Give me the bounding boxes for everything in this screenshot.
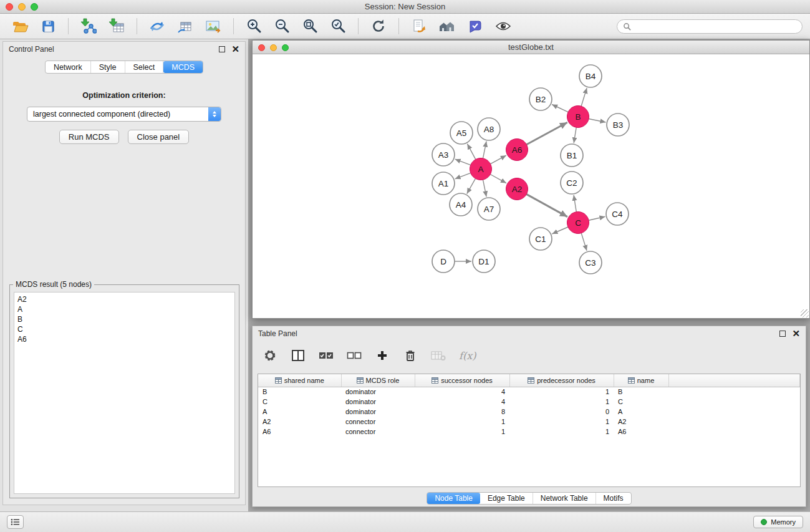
table-cell[interactable]: A <box>614 407 668 417</box>
network-node-A1[interactable]: A1 <box>432 172 455 195</box>
table-cell[interactable]: dominator <box>341 387 415 397</box>
network-node-C[interactable]: C <box>567 212 589 234</box>
table-cell[interactable]: B <box>614 387 668 397</box>
zoom-fit-button[interactable] <box>297 16 322 37</box>
network-maximize-button[interactable] <box>282 44 289 51</box>
delete-table-button[interactable] <box>431 348 446 363</box>
function-builder-button[interactable]: f(x) <box>459 350 476 362</box>
show-columns-button[interactable] <box>291 348 306 363</box>
network-edge-A6-B[interactable] <box>526 122 567 144</box>
network-edge-A-A1[interactable] <box>455 173 471 179</box>
table-cell[interactable]: A6 <box>614 427 668 437</box>
network-edge-B-B3[interactable] <box>589 119 605 123</box>
float-panel-icon[interactable] <box>219 46 225 52</box>
table-cell[interactable]: 4 <box>415 397 509 407</box>
network-edge-A2-C[interactable] <box>526 194 567 216</box>
network-node-B1[interactable]: B1 <box>561 144 583 167</box>
apply-style-button[interactable] <box>463 16 488 37</box>
network-node-A3[interactable]: A3 <box>432 143 455 166</box>
table-cell[interactable]: C <box>258 397 341 407</box>
table-cell[interactable]: 1 <box>509 427 614 437</box>
tab-style[interactable]: Style <box>91 61 125 73</box>
import-network-file-button[interactable] <box>76 16 101 37</box>
close-panel-icon[interactable]: ✕ <box>231 46 239 52</box>
network-edge-C-C2[interactable] <box>574 195 576 212</box>
network-node-D1[interactable]: D1 <box>473 250 495 273</box>
table-cell[interactable]: 8 <box>415 407 509 417</box>
network-node-A5[interactable]: A5 <box>450 122 473 144</box>
network-edge-B-B4[interactable] <box>581 88 587 106</box>
column-header-name[interactable]: name <box>614 374 668 387</box>
network-edge-A-A5[interactable] <box>467 144 475 160</box>
optimization-criterion-select[interactable]: largest connected component (directed) <box>27 107 221 122</box>
mcds-result-item[interactable]: A <box>17 304 231 314</box>
close-table-panel-icon[interactable]: ✕ <box>792 331 800 337</box>
table-cell[interactable]: 1 <box>509 397 614 407</box>
maximize-window-button[interactable] <box>31 3 38 11</box>
column-header-MCDS-role[interactable]: MCDS role <box>341 374 415 387</box>
import-network-url-button[interactable] <box>145 16 170 37</box>
table-cell[interactable]: A2 <box>258 417 341 427</box>
mcds-result-item[interactable]: A6 <box>17 334 231 344</box>
table-row[interactable]: A6connector11A6 <box>258 427 800 437</box>
mcds-result-item[interactable]: A2 <box>17 294 231 304</box>
table-row[interactable]: Adominator80A <box>258 407 800 417</box>
column-header-predecessor-nodes[interactable]: predecessor nodes <box>509 374 614 387</box>
tab-network[interactable]: Network <box>46 61 91 73</box>
memory-button[interactable]: Memory <box>753 516 803 528</box>
close-panel-button[interactable]: Close panel <box>128 130 190 144</box>
table-cell[interactable]: B <box>258 387 341 397</box>
network-canvas[interactable]: B4B2BB3A5A8A6B1A3AC2A1A2A4A7C4CC1C3DD1 <box>253 55 809 318</box>
network-node-C2[interactable]: C2 <box>561 172 583 194</box>
network-edge-A-A3[interactable] <box>455 159 471 165</box>
network-node-A2[interactable]: A2 <box>506 178 528 200</box>
tab-mcds[interactable]: MCDS <box>163 61 203 73</box>
network-graph[interactable]: B4B2BB3A5A8A6B1A3AC2A1A2A4A7C4CC1C3DD1 <box>253 55 809 319</box>
network-edge-B-B2[interactable] <box>552 105 568 112</box>
deselect-all-columns-button[interactable] <box>347 348 362 363</box>
column-header-successor-nodes[interactable]: successor nodes <box>415 374 509 387</box>
network-node-B3[interactable]: B3 <box>607 114 629 136</box>
network-edge-C-C1[interactable] <box>552 227 568 234</box>
tab-network-table[interactable]: Network Table <box>533 493 596 504</box>
float-table-panel-icon[interactable] <box>779 331 786 337</box>
table-cell[interactable]: dominator <box>341 397 415 407</box>
show-graphics-details-button[interactable] <box>491 16 516 37</box>
network-edge-A-A4[interactable] <box>467 178 476 193</box>
table-cell[interactable]: dominator <box>341 407 415 417</box>
mcds-result-item[interactable]: B <box>17 314 231 324</box>
home-button[interactable] <box>435 16 460 37</box>
table-cell[interactable]: connector <box>341 427 415 437</box>
tab-node-table[interactable]: Node Table <box>427 493 480 504</box>
minimize-window-button[interactable] <box>18 3 26 11</box>
export-image-button[interactable] <box>201 16 226 37</box>
tab-edge-table[interactable]: Edge Table <box>480 493 533 504</box>
table-cell[interactable]: 1 <box>415 417 509 427</box>
table-row[interactable]: Cdominator41C <box>258 397 800 407</box>
column-header-shared-name[interactable]: shared name <box>258 374 341 387</box>
zoom-in-button[interactable] <box>241 16 266 37</box>
table-cell[interactable]: A6 <box>258 427 341 437</box>
search-input[interactable] <box>634 22 796 31</box>
delete-column-button[interactable] <box>403 348 418 363</box>
table-cell[interactable]: A <box>258 407 341 417</box>
network-edge-A-A8[interactable] <box>483 142 487 158</box>
close-window-button[interactable] <box>6 3 13 11</box>
table-row[interactable]: Bdominator41B <box>258 387 800 397</box>
refresh-button[interactable] <box>366 16 391 37</box>
network-node-A7[interactable]: A7 <box>478 198 500 220</box>
run-mcds-button[interactable]: Run MCDS <box>59 130 119 144</box>
table-cell[interactable]: 1 <box>509 417 614 427</box>
network-node-B4[interactable]: B4 <box>579 65 602 87</box>
network-minimize-button[interactable] <box>270 44 277 51</box>
table-cell[interactable]: 1 <box>415 427 509 437</box>
network-node-A[interactable]: A <box>470 158 492 180</box>
network-close-button[interactable] <box>258 44 265 51</box>
table-cell[interactable]: C <box>614 397 668 407</box>
table-row[interactable]: A2connector11A2 <box>258 417 800 427</box>
table-cell[interactable]: A2 <box>614 417 668 427</box>
import-table-url-button[interactable] <box>173 16 198 37</box>
mcds-result-item[interactable]: C <box>17 324 231 334</box>
open-file-button[interactable] <box>7 16 32 37</box>
network-node-A6[interactable]: A6 <box>506 139 528 161</box>
